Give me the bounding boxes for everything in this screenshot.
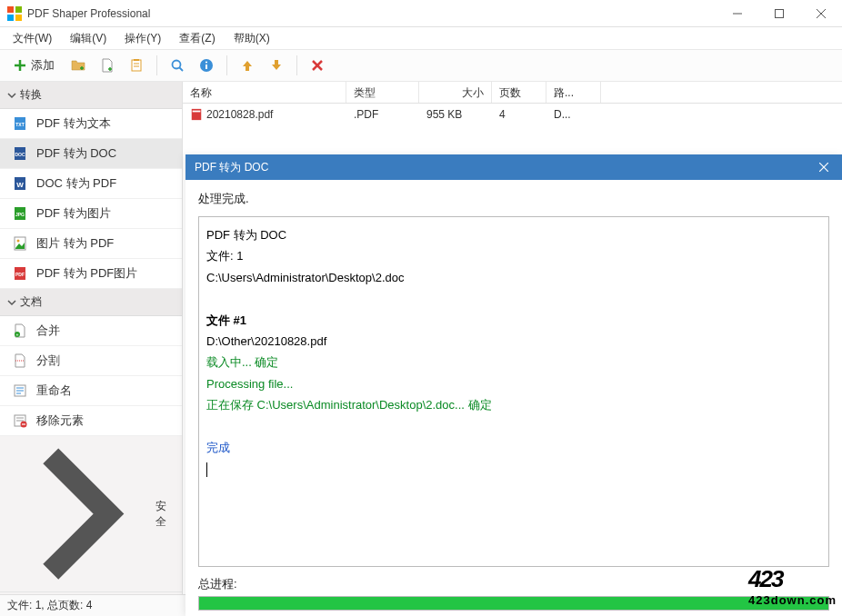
image-convert-icon [13, 236, 27, 251]
maximize-button[interactable] [758, 0, 800, 27]
log-line: 文件: 1 [206, 245, 821, 266]
info-icon [199, 58, 214, 73]
x-icon [310, 58, 325, 73]
remove-button[interactable] [305, 53, 330, 78]
sidebar-item-image-to-pdf[interactable]: 图片 转为 PDF [0, 229, 182, 259]
arrow-up-icon [240, 58, 255, 73]
clipboard-button[interactable] [124, 53, 149, 78]
word-file-icon: W [13, 176, 27, 191]
svg-text:+: + [16, 332, 19, 337]
svg-point-34 [17, 240, 20, 243]
log-line: PDF 转为 DOC [206, 224, 821, 245]
file-type: .PDF [346, 106, 419, 123]
sidebar-section-document[interactable]: 文档 [0, 289, 182, 316]
sidebar-item-pdf-to-doc[interactable]: DOC PDF 转为 DOC [0, 139, 182, 169]
file-name-cell: 20210828.pdf [183, 106, 346, 123]
merge-icon: + [13, 323, 27, 338]
log-file-header: 文件 #1 [206, 310, 821, 331]
close-button[interactable] [800, 0, 842, 27]
menu-help[interactable]: 帮助(X) [225, 28, 279, 49]
move-down-button[interactable] [264, 53, 289, 78]
remove-elements-icon [13, 413, 27, 428]
sidebar-section-convert[interactable]: 转换 [0, 82, 182, 109]
column-header-size[interactable]: 大小 [419, 82, 492, 103]
sidebar-item-label: PDF 转为 PDF图片 [36, 265, 137, 282]
folder-plus-icon [71, 58, 85, 73]
sidebar-item-label: 重命名 [36, 383, 72, 399]
sidebar-section-security[interactable]: 安全 [0, 436, 182, 592]
progress-dialog: PDF 转为 DOC 处理完成. PDF 转为 DOC 文件: 1 C:\Use… [185, 154, 842, 616]
jpg-file-icon: JPG [13, 206, 27, 221]
file-row[interactable]: 20210828.pdf .PDF 955 KB 4 D... [183, 104, 842, 125]
svg-rect-3 [15, 15, 22, 21]
progress-label: 总进程: [198, 576, 829, 592]
svg-rect-5 [776, 9, 784, 17]
sidebar-item-remove-elements[interactable]: 移除元素 [0, 406, 182, 436]
sidebar-item-rename[interactable]: 重命名 [0, 376, 182, 406]
sidebar-item-label: 移除元素 [36, 412, 84, 429]
close-icon [819, 163, 828, 172]
sidebar-item-merge[interactable]: + 合并 [0, 316, 182, 346]
menu-file[interactable]: 文件(W) [4, 28, 61, 49]
chevron-down-icon [7, 91, 16, 100]
sidebar-header-label: 转换 [20, 87, 42, 103]
chevron-down-icon [7, 298, 16, 307]
progress-bar [198, 596, 829, 611]
file-name: 20210828.pdf [206, 108, 273, 121]
log-blank [206, 288, 821, 309]
menu-action[interactable]: 操作(Y) [115, 28, 170, 49]
dialog-status-text: 处理完成. [198, 191, 829, 207]
sidebar-cat-label: 安全 [155, 499, 175, 530]
column-header-name[interactable]: 名称 [183, 82, 346, 103]
sidebar-item-label: 图片 转为 PDF [36, 235, 114, 252]
column-header-path[interactable]: 路... [546, 82, 601, 103]
log-processing: Processing file... [206, 373, 821, 394]
minimize-button[interactable] [717, 0, 758, 27]
sidebar-item-split[interactable]: 分割 [0, 346, 182, 376]
sidebar-item-label: 合并 [36, 323, 60, 339]
sidebar-item-pdf-to-pdfimage[interactable]: PDF PDF 转为 PDF图片 [0, 259, 182, 289]
sidebar-item-label: 分割 [36, 353, 60, 369]
log-cursor-line [206, 458, 821, 479]
add-file-button[interactable] [95, 53, 120, 78]
sidebar-section-pages[interactable]: 页面 [0, 592, 182, 594]
log-saving: 正在保存 C:\Users\Administrator\Desktop\2.do… [206, 394, 821, 415]
pdf-icon [190, 108, 203, 121]
titlebar: PDF Shaper Professional [0, 0, 842, 27]
sidebar-item-label: PDF 转为图片 [36, 205, 111, 222]
clipboard-icon [129, 58, 144, 73]
info-button[interactable] [194, 53, 219, 78]
move-up-button[interactable] [235, 53, 260, 78]
column-header-type[interactable]: 类型 [346, 82, 419, 103]
file-list-header: 名称 类型 大小 页数 路... [183, 82, 842, 104]
svg-rect-1 [15, 6, 22, 13]
log-file-path: D:\Other\20210828.pdf [206, 331, 821, 352]
log-line: C:\Users\Administrator\Desktop\2.doc [206, 267, 821, 288]
add-button[interactable]: 添加 [5, 53, 62, 78]
add-folder-button[interactable] [65, 53, 91, 78]
file-path: D... [546, 106, 601, 123]
svg-line-19 [180, 68, 184, 72]
sidebar-item-pdf-to-image[interactable]: JPG PDF 转为图片 [0, 199, 182, 229]
svg-text:JPG: JPG [15, 212, 25, 217]
search-button[interactable] [165, 53, 190, 78]
sidebar-item-label: DOC 转为 PDF [36, 175, 116, 192]
dialog-close-button[interactable] [806, 154, 842, 180]
svg-rect-50 [193, 111, 201, 113]
svg-point-18 [173, 61, 181, 69]
status-text: 文件: 1, 总页数: 4 [7, 598, 92, 613]
toolbar-separator-2 [226, 55, 227, 75]
log-blank [206, 416, 821, 437]
toolbar-separator-1 [156, 55, 157, 75]
dialog-log[interactable]: PDF 转为 DOC 文件: 1 C:\Users\Administrator\… [198, 216, 829, 567]
add-label: 添加 [31, 57, 55, 74]
sidebar-item-pdf-to-text[interactable]: TXT PDF 转为文本 [0, 109, 182, 139]
menu-view[interactable]: 查看(Z) [170, 28, 224, 49]
log-done: 完成 [206, 437, 821, 458]
column-header-pages[interactable]: 页数 [492, 82, 546, 103]
sidebar-item-doc-to-pdf[interactable]: W DOC 转为 PDF [0, 169, 182, 199]
window-controls [717, 0, 842, 27]
menu-edit[interactable]: 编辑(V) [61, 28, 115, 49]
sidebar-header-label: 文档 [20, 294, 42, 310]
svg-rect-21 [205, 65, 207, 69]
